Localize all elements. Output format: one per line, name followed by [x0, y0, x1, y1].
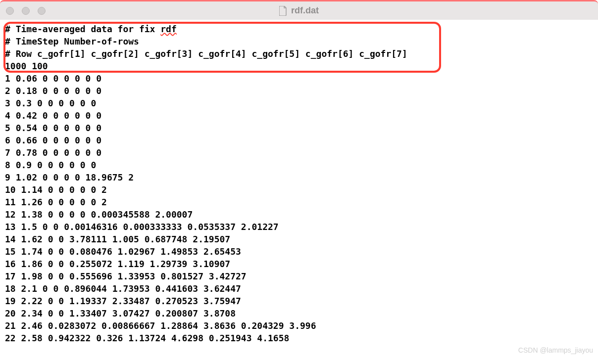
watermark: CSDN @lammps_jiayou: [518, 346, 593, 354]
file-content[interactable]: # Time-averaged data for fix rdf # TimeS…: [0, 20, 598, 347]
header-line-1-pre: # Time-averaged data for fix: [5, 24, 160, 34]
close-button[interactable]: [6, 7, 14, 15]
data-rows: 1 0.06 0 0 0 0 0 0 2 0.18 0 0 0 0 0 0 3 …: [5, 72, 593, 344]
minimize-button[interactable]: [22, 7, 30, 15]
window-title-container: rdf.dat: [279, 5, 319, 16]
window-titlebar: rdf.dat: [0, 0, 598, 20]
header-line-4: 1000 100: [5, 61, 48, 71]
traffic-lights: [6, 7, 46, 15]
header-line-1-word: rdf: [160, 24, 177, 34]
document-icon: [279, 6, 287, 16]
header-line-2: # TimeStep Number-of-rows: [5, 36, 139, 46]
header-line-3: # Row c_gofr[1] c_gofr[2] c_gofr[3] c_go…: [5, 48, 407, 59]
zoom-button[interactable]: [38, 7, 46, 15]
window-title: rdf.dat: [291, 5, 319, 16]
